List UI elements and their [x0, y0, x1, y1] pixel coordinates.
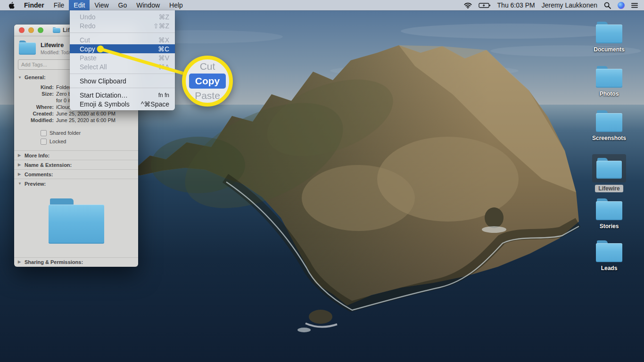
- disclosure-triangle-icon[interactable]: ▶: [18, 163, 22, 167]
- desktop-icon-photos[interactable]: Photos: [590, 66, 628, 97]
- traffic-lights: [14, 27, 43, 33]
- desktop-icon-lifewire[interactable]: Lifewire: [590, 154, 628, 192]
- folder-icon: [596, 110, 622, 132]
- folder-icon: [53, 27, 60, 33]
- icon-label: Lifewire: [595, 185, 623, 192]
- menubar-status: Thu 6:03 PM Jeremy Laukkonen: [464, 0, 644, 10]
- folder-preview-icon: [49, 198, 104, 244]
- user-menu[interactable]: Jeremy Laukkonen: [542, 1, 597, 9]
- field-modified: Modified:June 25, 2020 at 6:00 PM: [14, 117, 138, 123]
- menu-item-cut[interactable]: Cut⌘X: [70, 35, 175, 44]
- field-created: Created:June 25, 2020 at 6:00 PM: [14, 110, 138, 117]
- menu-item-select-all[interactable]: Select All⌘A: [70, 62, 175, 71]
- menu-item-undo[interactable]: Undo⌘Z: [70, 12, 175, 21]
- desktop-icon-documents[interactable]: Documents: [590, 22, 628, 53]
- icon-label: Leads: [601, 265, 618, 272]
- menubar-item-window[interactable]: Window: [132, 0, 165, 10]
- checkbox-icon[interactable]: [41, 130, 47, 136]
- folder-icon: [596, 22, 622, 43]
- desktop: Documents Photos Screenshots Lifewire St…: [0, 0, 644, 362]
- menubar-left: Finder File Edit View Go Window Help: [0, 0, 188, 10]
- folder-icon: [596, 66, 622, 88]
- desktop-icon-screenshots[interactable]: Screenshots: [590, 110, 628, 141]
- menu-item-copy[interactable]: Copy⌘C: [70, 44, 175, 53]
- siri-icon[interactable]: [618, 2, 625, 9]
- desktop-icon-stories[interactable]: Stories: [590, 198, 628, 230]
- close-button[interactable]: [19, 27, 25, 33]
- folder-icon: [596, 240, 622, 262]
- menubar-item-help[interactable]: Help: [165, 0, 188, 10]
- desktop-icon-leads[interactable]: Leads: [590, 240, 628, 272]
- apple-menu[interactable]: [3, 0, 19, 10]
- item-modified: Modified: Today: [41, 50, 74, 55]
- icon-selection-box: [592, 154, 626, 182]
- menu-item-show-clipboard[interactable]: Show Clipboard: [70, 76, 175, 85]
- icon-label: Screenshots: [592, 135, 626, 141]
- wifi-icon[interactable]: [464, 2, 472, 8]
- callout-cut-label: Cut: [200, 59, 215, 74]
- section-more-info[interactable]: ▶ More Info:: [14, 150, 138, 160]
- folder-icon: [19, 41, 36, 55]
- callout-content: Cut Copy Paste: [186, 59, 229, 103]
- menu-item-redo[interactable]: Redo⇧⌘Z: [70, 21, 175, 30]
- menu-item-paste[interactable]: Paste⌘V: [70, 53, 175, 62]
- battery-charging-icon[interactable]: [479, 2, 491, 8]
- clock[interactable]: Thu 6:03 PM: [497, 1, 535, 9]
- preview-area: [14, 188, 138, 254]
- apple-icon: [8, 2, 15, 9]
- icon-label: Photos: [600, 90, 619, 97]
- callout-magnifier-circle: Cut Copy Paste: [182, 56, 233, 107]
- item-name: Lifewire: [41, 41, 74, 49]
- folder-icon: [596, 158, 622, 179]
- disclosure-triangle-icon[interactable]: ▼: [18, 181, 22, 186]
- icon-label: Stories: [600, 223, 619, 230]
- disclosure-triangle-icon[interactable]: ▶: [18, 153, 22, 157]
- menubar-item-edit[interactable]: Edit: [69, 0, 90, 10]
- menu-item-start-dictation[interactable]: Start Dictation…fn fn: [70, 90, 175, 99]
- menubar-item-view[interactable]: View: [90, 0, 113, 10]
- zoom-button[interactable]: [38, 27, 43, 33]
- shared-folder-checkbox-row[interactable]: Shared folder: [14, 129, 138, 137]
- section-sharing-permissions[interactable]: ▶ Sharing & Permissions:: [14, 257, 138, 266]
- search-icon[interactable]: [604, 2, 611, 9]
- notification-center-icon[interactable]: [631, 3, 638, 8]
- menu-separator: [70, 33, 175, 33]
- folder-icon: [596, 198, 622, 220]
- menubar-item-go[interactable]: Go: [114, 0, 132, 10]
- disclosure-triangle-icon[interactable]: ▶: [18, 260, 22, 264]
- locked-checkbox-row[interactable]: Locked: [14, 138, 138, 145]
- minimize-button[interactable]: [28, 27, 34, 33]
- checkbox-icon[interactable]: [41, 139, 47, 145]
- menubar: Finder File Edit View Go Window Help: [0, 0, 644, 10]
- callout-copy-label: Copy: [189, 74, 226, 89]
- menu-separator: [70, 74, 175, 74]
- edit-menu-dropdown: Undo⌘Z Redo⇧⌘Z Cut⌘X Copy⌘C Paste⌘V Sele…: [70, 10, 175, 110]
- callout-paste-label: Paste: [195, 89, 220, 103]
- menu-separator: [70, 88, 175, 88]
- section-comments[interactable]: ▶ Comments:: [14, 169, 138, 179]
- section-name-extension[interactable]: ▶ Name & Extension:: [14, 160, 138, 169]
- icon-label: Documents: [594, 46, 624, 53]
- disclosure-triangle-icon[interactable]: ▶: [18, 172, 22, 176]
- disclosure-triangle-icon[interactable]: ▼: [18, 75, 22, 80]
- menu-item-emoji-symbols[interactable]: Emoji & Symbols^⌘Space: [70, 99, 175, 108]
- menubar-item-file[interactable]: File: [49, 0, 69, 10]
- menubar-item-finder[interactable]: Finder: [19, 0, 49, 10]
- section-preview[interactable]: ▼ Preview:: [14, 179, 138, 188]
